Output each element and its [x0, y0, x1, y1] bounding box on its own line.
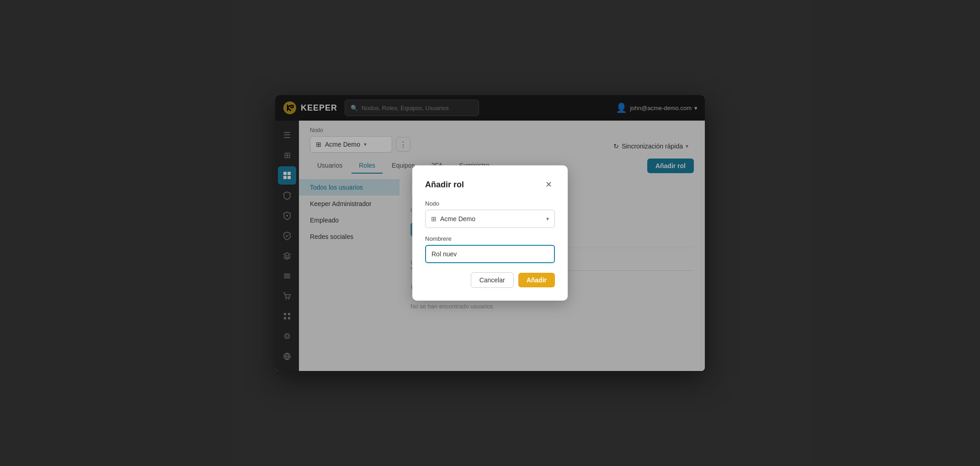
modal-node-dropdown[interactable]: ⊞ Acme Demo ▾	[425, 210, 555, 228]
modal-footer: Cancelar Añadir	[425, 272, 555, 288]
modal-name-input[interactable]	[425, 245, 555, 263]
modal-header: Añadir rol ✕	[425, 178, 555, 191]
modal-name-label: Nombrere	[425, 235, 555, 242]
modal-node-grid-icon: ⊞	[431, 215, 437, 222]
modal-confirm-button[interactable]: Añadir	[518, 273, 555, 287]
modal-name-field: Nombrere	[425, 235, 555, 263]
modal-cancel-button[interactable]: Cancelar	[471, 272, 514, 288]
add-role-modal: Añadir rol ✕ Nodo ⊞ Acme Demo ▾ Nombrere…	[412, 165, 568, 301]
modal-node-selected: Acme Demo	[440, 215, 475, 222]
modal-close-button[interactable]: ✕	[542, 178, 555, 191]
modal-overlay: Añadir rol ✕ Nodo ⊞ Acme Demo ▾ Nombrere…	[0, 0, 980, 466]
modal-node-field: Nodo ⊞ Acme Demo ▾	[425, 200, 555, 228]
modal-node-chevron-icon: ▾	[546, 216, 549, 222]
modal-title: Añadir rol	[425, 180, 464, 190]
modal-node-label: Nodo	[425, 200, 555, 207]
